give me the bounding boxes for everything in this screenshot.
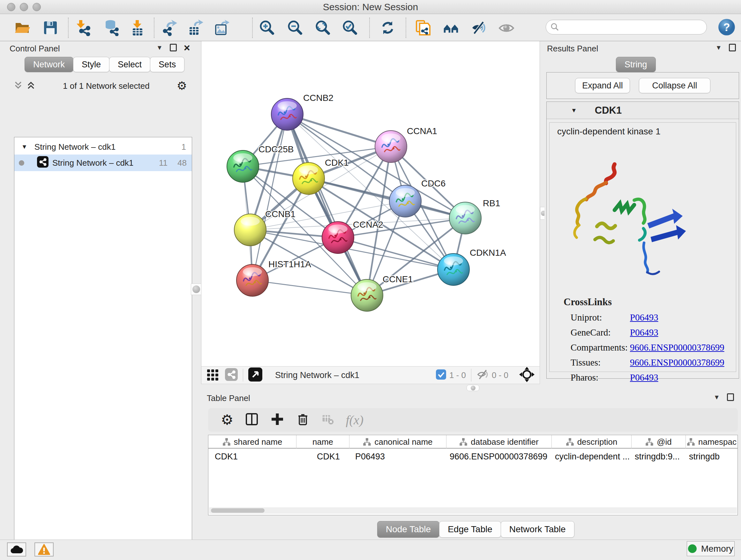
zoom-fit-icon[interactable]: [315, 19, 331, 36]
panel-float-icon[interactable]: [729, 44, 736, 51]
node-table[interactable]: shared name name canonical name database…: [208, 435, 738, 515]
network-node-CCNB1[interactable]: [234, 214, 266, 246]
detach-view-icon[interactable]: [248, 368, 262, 383]
network-node-CDC25B[interactable]: [227, 150, 259, 182]
panel-float-icon[interactable]: [727, 393, 734, 401]
warnings-button[interactable]: [35, 543, 54, 557]
crosslink-compartments-link[interactable]: 9606.ENSP00000378699: [630, 342, 724, 353]
search-field[interactable]: [546, 20, 707, 35]
delete-column-trash-icon[interactable]: [296, 412, 310, 428]
panel-menu-icon[interactable]: ▼: [716, 44, 722, 51]
crosslink-pharos-link[interactable]: P06493: [630, 372, 658, 383]
neighborhood-houses-icon[interactable]: [443, 19, 459, 36]
expand-all-chevron-icon[interactable]: [26, 80, 36, 91]
network-canvas[interactable]: CCNB2CCNA1CDC25BCDK1CDC6RB1CCNB1CCNA2CDK…: [201, 41, 540, 366]
import-network-file-icon[interactable]: [75, 19, 92, 36]
collection-count: 1: [182, 142, 186, 152]
crosslink-uniprot-link[interactable]: P06493: [630, 312, 658, 323]
selection-checkbox-icon[interactable]: [436, 369, 446, 381]
collapse-all-button[interactable]: Collapse All: [639, 78, 711, 93]
column-header-namespace[interactable]: namespac: [686, 435, 738, 449]
close-window-button[interactable]: [7, 3, 15, 11]
tab-select[interactable]: Select: [109, 57, 150, 72]
tab-edge-table[interactable]: Edge Table: [439, 521, 501, 538]
network-node-CCNA1[interactable]: [375, 131, 407, 163]
zoom-selected-icon[interactable]: [342, 19, 358, 36]
export-image-icon[interactable]: [213, 19, 230, 36]
panel-menu-icon[interactable]: ▼: [714, 394, 720, 401]
results-panel-header-buttons: ▼ ×: [716, 44, 741, 51]
table-gear-icon[interactable]: ⚙: [221, 413, 233, 427]
network-graph[interactable]: CCNB2CCNA1CDC25BCDK1CDC6RB1CCNB1CCNA2CDK…: [201, 41, 540, 366]
export-network-icon[interactable]: [161, 19, 178, 36]
hide-selected-eye-slash-icon[interactable]: [470, 19, 487, 36]
show-graphics-eye-icon[interactable]: [498, 19, 515, 36]
cloud-status-button[interactable]: [7, 543, 26, 557]
horizontal-splitter-handle[interactable]: [467, 385, 479, 391]
copy-network-icon[interactable]: [414, 19, 431, 36]
memory-button[interactable]: Memory: [687, 541, 735, 556]
save-session-icon[interactable]: [42, 19, 59, 36]
collapse-all-chevron-icon[interactable]: [13, 80, 23, 91]
import-table-icon[interactable]: [129, 19, 145, 36]
zoom-out-icon[interactable]: [287, 19, 304, 36]
minimize-window-button[interactable]: [20, 3, 28, 11]
cell-canonical-name[interactable]: P06493: [355, 452, 385, 462]
fit-content-crosshair-icon[interactable]: [519, 367, 535, 383]
table-scrollbar-track[interactable]: [209, 507, 737, 514]
panel-menu-icon[interactable]: ▼: [156, 44, 163, 51]
gene-header-row[interactable]: ▼ CDK1: [547, 102, 739, 119]
apply-layout-icon[interactable]: [380, 19, 396, 36]
tab-node-table[interactable]: Node Table: [377, 521, 440, 538]
show-columns-icon[interactable]: [245, 412, 259, 428]
hidden-eye-slash-icon[interactable]: [476, 368, 489, 382]
expand-all-button[interactable]: Expand All: [575, 78, 630, 93]
network-view-icon[interactable]: [225, 368, 238, 382]
import-network-database-icon[interactable]: [104, 19, 120, 36]
cell-namespace[interactable]: stringdb: [689, 452, 720, 462]
network-node-CCNE1[interactable]: [351, 279, 383, 311]
zoom-in-icon[interactable]: [259, 19, 275, 36]
collapse-entry-icon[interactable]: ▼: [571, 107, 577, 114]
tree-expand-icon[interactable]: ▼: [21, 143, 27, 150]
gear-icon[interactable]: ⚙: [177, 79, 187, 92]
cell-name[interactable]: CDK1: [317, 452, 340, 462]
column-header-shared-name[interactable]: shared name: [208, 435, 296, 449]
left-splitter-handle[interactable]: [191, 284, 202, 295]
zoom-window-button[interactable]: [32, 3, 41, 11]
cell-id[interactable]: stringdb:9...: [635, 452, 680, 462]
grid-view-icon[interactable]: [206, 368, 219, 382]
network-node-RB1[interactable]: [449, 202, 481, 234]
tab-string[interactable]: String: [616, 57, 656, 72]
network-row-selected[interactable]: String Network – cdk1 11 48: [14, 154, 192, 171]
cell-shared-name[interactable]: CDK1: [215, 452, 238, 462]
search-input[interactable]: [559, 22, 697, 32]
network-node-CDK1[interactable]: [293, 163, 325, 194]
network-node-CDKN1A[interactable]: [437, 253, 469, 286]
column-header-canonical-name[interactable]: canonical name: [349, 435, 447, 449]
panel-close-icon[interactable]: ×: [184, 44, 190, 51]
tab-network-table[interactable]: Network Table: [501, 521, 575, 538]
tab-style[interactable]: Style: [73, 57, 110, 72]
panel-float-icon[interactable]: [170, 44, 177, 51]
tab-network[interactable]: Network: [24, 57, 73, 72]
network-node-CCNA2[interactable]: [322, 222, 354, 253]
crosslink-genecard-link[interactable]: P06493: [630, 327, 658, 338]
network-collection-row[interactable]: ▼ String Network – cdk1 1: [14, 139, 192, 154]
tab-sets[interactable]: Sets: [150, 57, 185, 72]
column-header-description[interactable]: description: [552, 435, 631, 449]
column-header-id[interactable]: @id: [631, 435, 686, 449]
cell-description[interactable]: cyclin-dependent ...: [555, 452, 630, 462]
add-column-icon[interactable]: [270, 412, 284, 428]
export-table-icon[interactable]: [187, 19, 204, 36]
column-header-name[interactable]: name: [296, 435, 349, 449]
network-node-CCNB2[interactable]: [271, 98, 303, 130]
open-file-icon[interactable]: [14, 19, 30, 36]
help-icon[interactable]: ?: [718, 18, 736, 36]
cell-database-identifier[interactable]: 9606.ENSP00000378699: [450, 452, 547, 462]
network-node-CDC6[interactable]: [389, 185, 421, 217]
column-header-database-identifier[interactable]: database identifier: [447, 435, 552, 449]
network-node-HIST1H1A[interactable]: [237, 264, 268, 296]
crosslink-tissues-link[interactable]: 9606.ENSP00000378699: [630, 357, 724, 368]
table-scrollbar-thumb[interactable]: [211, 508, 265, 513]
